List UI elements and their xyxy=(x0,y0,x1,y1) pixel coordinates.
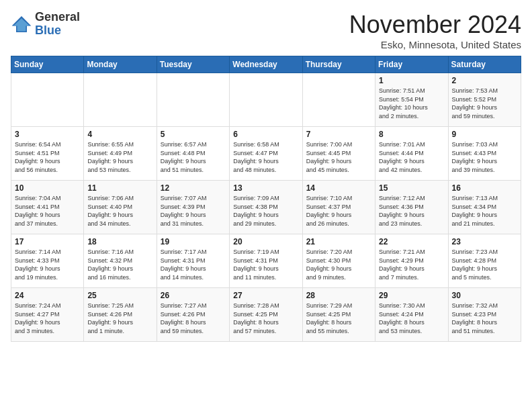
day-number: 30 xyxy=(452,291,517,300)
month-title: November 2024 xyxy=(349,11,521,39)
day-info: Sunrise: 7:53 AM Sunset: 5:52 PM Dayligh… xyxy=(452,87,517,120)
calendar-cell xyxy=(302,73,375,127)
day-number: 1 xyxy=(379,76,444,85)
day-info: Sunrise: 7:00 AM Sunset: 4:45 PM Dayligh… xyxy=(306,140,371,174)
day-number: 19 xyxy=(161,237,226,246)
day-info: Sunrise: 7:14 AM Sunset: 4:33 PM Dayligh… xyxy=(15,248,80,281)
day-info: Sunrise: 7:12 AM Sunset: 4:36 PM Dayligh… xyxy=(379,194,444,228)
day-info: Sunrise: 7:51 AM Sunset: 5:54 PM Dayligh… xyxy=(379,87,444,120)
header-monday: Monday xyxy=(84,56,157,73)
day-info: Sunrise: 7:30 AM Sunset: 4:24 PM Dayligh… xyxy=(379,302,444,335)
day-number: 7 xyxy=(306,130,371,139)
day-number: 4 xyxy=(87,130,152,139)
day-number: 20 xyxy=(233,237,298,246)
calendar-cell: 2Sunrise: 7:53 AM Sunset: 5:52 PM Daylig… xyxy=(448,73,521,127)
title-area: November 2024 Esko, Minnesota, United St… xyxy=(349,11,521,50)
logo-text: General Blue xyxy=(35,11,80,38)
logo: General Blue xyxy=(11,11,80,38)
calendar-cell: 27Sunrise: 7:28 AM Sunset: 4:25 PM Dayli… xyxy=(230,288,302,342)
calendar-cell: 21Sunrise: 7:20 AM Sunset: 4:30 PM Dayli… xyxy=(302,234,375,288)
day-number: 28 xyxy=(306,291,371,300)
logo-blue-text: Blue xyxy=(35,24,80,38)
calendar-cell: 23Sunrise: 7:23 AM Sunset: 4:28 PM Dayli… xyxy=(448,234,521,288)
day-info: Sunrise: 7:21 AM Sunset: 4:29 PM Dayligh… xyxy=(379,248,444,281)
day-number: 2 xyxy=(452,76,517,85)
day-info: Sunrise: 7:23 AM Sunset: 4:28 PM Dayligh… xyxy=(452,248,517,281)
day-number: 10 xyxy=(15,183,80,193)
calendar-cell: 19Sunrise: 7:17 AM Sunset: 4:31 PM Dayli… xyxy=(157,234,229,288)
svg-marker-1 xyxy=(13,18,30,31)
header-row: Sunday Monday Tuesday Wednesday Thursday… xyxy=(11,56,521,73)
day-number: 3 xyxy=(15,130,80,139)
calendar-cell: 17Sunrise: 7:14 AM Sunset: 4:33 PM Dayli… xyxy=(11,234,84,288)
day-number: 11 xyxy=(87,183,152,193)
day-info: Sunrise: 7:13 AM Sunset: 4:34 PM Dayligh… xyxy=(452,194,517,228)
day-number: 9 xyxy=(452,130,517,139)
day-info: Sunrise: 7:25 AM Sunset: 4:26 PM Dayligh… xyxy=(87,302,152,335)
header-thursday: Thursday xyxy=(302,56,375,73)
calendar-week-2: 3Sunrise: 6:54 AM Sunset: 4:51 PM Daylig… xyxy=(11,127,521,181)
day-info: Sunrise: 7:16 AM Sunset: 4:32 PM Dayligh… xyxy=(87,248,152,281)
day-info: Sunrise: 7:20 AM Sunset: 4:30 PM Dayligh… xyxy=(306,248,371,281)
day-info: Sunrise: 7:28 AM Sunset: 4:25 PM Dayligh… xyxy=(233,302,298,335)
day-info: Sunrise: 6:58 AM Sunset: 4:47 PM Dayligh… xyxy=(233,140,298,174)
day-number: 8 xyxy=(379,130,444,139)
calendar-cell: 5Sunrise: 6:57 AM Sunset: 4:48 PM Daylig… xyxy=(157,127,229,181)
calendar-cell: 7Sunrise: 7:00 AM Sunset: 4:45 PM Daylig… xyxy=(302,127,375,181)
day-number: 14 xyxy=(306,183,371,193)
day-info: Sunrise: 7:10 AM Sunset: 4:37 PM Dayligh… xyxy=(306,194,371,228)
day-info: Sunrise: 7:19 AM Sunset: 4:31 PM Dayligh… xyxy=(233,248,298,281)
day-info: Sunrise: 6:55 AM Sunset: 4:49 PM Dayligh… xyxy=(87,140,152,174)
calendar-cell: 15Sunrise: 7:12 AM Sunset: 4:36 PM Dayli… xyxy=(375,181,448,234)
day-info: Sunrise: 7:04 AM Sunset: 4:41 PM Dayligh… xyxy=(15,194,80,228)
calendar-cell: 1Sunrise: 7:51 AM Sunset: 5:54 PM Daylig… xyxy=(375,73,448,127)
day-number: 13 xyxy=(233,183,298,193)
calendar-cell: 11Sunrise: 7:06 AM Sunset: 4:40 PM Dayli… xyxy=(84,181,157,234)
calendar-cell: 3Sunrise: 6:54 AM Sunset: 4:51 PM Daylig… xyxy=(11,127,84,181)
day-info: Sunrise: 7:24 AM Sunset: 4:27 PM Dayligh… xyxy=(15,302,80,335)
day-number: 21 xyxy=(306,237,371,246)
day-number: 27 xyxy=(233,291,298,300)
calendar-cell: 13Sunrise: 7:09 AM Sunset: 4:38 PM Dayli… xyxy=(230,181,302,234)
day-info: Sunrise: 7:27 AM Sunset: 4:26 PM Dayligh… xyxy=(161,302,226,335)
calendar-cell: 12Sunrise: 7:07 AM Sunset: 4:39 PM Dayli… xyxy=(157,181,229,234)
calendar-cell: 16Sunrise: 7:13 AM Sunset: 4:34 PM Dayli… xyxy=(448,181,521,234)
calendar-week-5: 24Sunrise: 7:24 AM Sunset: 4:27 PM Dayli… xyxy=(11,288,521,342)
logo-general-text: General xyxy=(35,11,80,24)
day-info: Sunrise: 7:01 AM Sunset: 4:44 PM Dayligh… xyxy=(379,140,444,174)
day-info: Sunrise: 6:57 AM Sunset: 4:48 PM Dayligh… xyxy=(161,140,226,174)
header-friday: Friday xyxy=(375,56,448,73)
calendar-cell: 4Sunrise: 6:55 AM Sunset: 4:49 PM Daylig… xyxy=(84,127,157,181)
day-number: 25 xyxy=(87,291,152,300)
calendar-cell: 30Sunrise: 7:32 AM Sunset: 4:23 PM Dayli… xyxy=(448,288,521,342)
day-info: Sunrise: 6:54 AM Sunset: 4:51 PM Dayligh… xyxy=(15,140,80,174)
calendar-body: 1Sunrise: 7:51 AM Sunset: 5:54 PM Daylig… xyxy=(11,73,521,342)
day-info: Sunrise: 7:29 AM Sunset: 4:25 PM Dayligh… xyxy=(306,302,371,335)
calendar-cell xyxy=(157,73,229,127)
calendar-cell: 24Sunrise: 7:24 AM Sunset: 4:27 PM Dayli… xyxy=(11,288,84,342)
calendar-header: Sunday Monday Tuesday Wednesday Thursday… xyxy=(11,56,521,73)
header-tuesday: Tuesday xyxy=(157,56,229,73)
day-number: 24 xyxy=(15,291,80,300)
day-info: Sunrise: 7:07 AM Sunset: 4:39 PM Dayligh… xyxy=(161,194,226,228)
header-sunday: Sunday xyxy=(11,56,84,73)
day-number: 17 xyxy=(15,237,80,246)
day-number: 23 xyxy=(452,237,517,246)
day-number: 22 xyxy=(379,237,444,246)
calendar-cell xyxy=(230,73,302,127)
day-number: 12 xyxy=(161,183,226,193)
header-saturday: Saturday xyxy=(448,56,521,73)
calendar-cell: 29Sunrise: 7:30 AM Sunset: 4:24 PM Dayli… xyxy=(375,288,448,342)
day-number: 6 xyxy=(233,130,298,139)
day-info: Sunrise: 7:03 AM Sunset: 4:43 PM Dayligh… xyxy=(452,140,517,174)
day-number: 15 xyxy=(379,183,444,193)
logo-icon xyxy=(11,15,32,34)
calendar-cell: 28Sunrise: 7:29 AM Sunset: 4:25 PM Dayli… xyxy=(302,288,375,342)
calendar-week-3: 10Sunrise: 7:04 AM Sunset: 4:41 PM Dayli… xyxy=(11,181,521,234)
day-number: 18 xyxy=(87,237,152,246)
calendar-cell: 9Sunrise: 7:03 AM Sunset: 4:43 PM Daylig… xyxy=(448,127,521,181)
header-wednesday: Wednesday xyxy=(230,56,302,73)
calendar-cell: 10Sunrise: 7:04 AM Sunset: 4:41 PM Dayli… xyxy=(11,181,84,234)
day-number: 16 xyxy=(452,183,517,193)
calendar-cell: 14Sunrise: 7:10 AM Sunset: 4:37 PM Dayli… xyxy=(302,181,375,234)
